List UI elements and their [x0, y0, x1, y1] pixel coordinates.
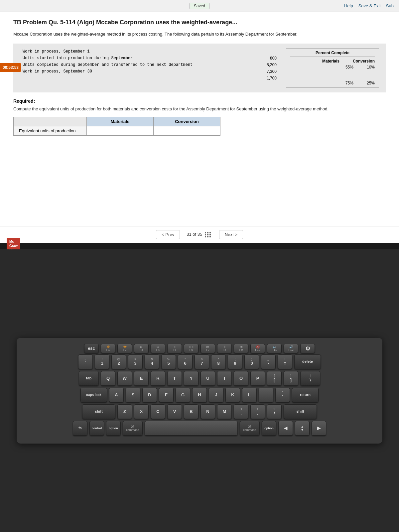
key-f4[interactable]: ⊟F4 — [151, 344, 165, 353]
key-i[interactable]: I — [217, 371, 232, 386]
save-exit-link[interactable]: Save & Exit — [358, 3, 381, 8]
nav-bar: < Prev 31 of 35 Next > — [0, 226, 399, 243]
key-option-left[interactable]: option — [106, 421, 121, 436]
answer-table-materials-header: Materials — [87, 117, 154, 126]
materials-answer-input[interactable] — [92, 128, 148, 133]
key-o[interactable]: O — [234, 371, 248, 386]
key-equals[interactable]: += — [278, 354, 292, 369]
key-backslash[interactable]: |\ — [300, 371, 320, 386]
key-5[interactable]: %5 — [161, 354, 176, 369]
key-tab[interactable]: tab — [79, 371, 99, 386]
key-arrow-right[interactable]: ▶ — [312, 421, 326, 436]
help-link[interactable]: Help — [344, 3, 353, 8]
key-s[interactable]: S — [126, 388, 140, 402]
key-l[interactable]: L — [242, 388, 257, 402]
key-x[interactable]: X — [134, 404, 149, 419]
key-3[interactable]: #3 — [128, 354, 143, 369]
key-e[interactable]: E — [134, 371, 149, 386]
key-f10[interactable]: 🔇F10 — [250, 344, 265, 353]
key-rbracket[interactable]: }] — [284, 371, 298, 386]
key-period[interactable]: >. — [250, 404, 265, 419]
key-slash[interactable]: ?/ — [267, 404, 282, 419]
key-y[interactable]: Y — [184, 371, 199, 386]
key-f12[interactable]: 🔊F12 — [284, 344, 298, 353]
table-row: Work in process, September 30 7,300 — [20, 68, 279, 75]
content-area: TB Problem Qu. 5-114 (Algo) Mccabe Corpo… — [0, 12, 399, 238]
key-f8[interactable]: ⏸F8 — [217, 344, 232, 353]
next-button[interactable]: Next > — [219, 230, 243, 239]
row5-units: 1,700 — [258, 75, 279, 81]
key-k[interactable]: K — [225, 388, 240, 402]
key-v[interactable]: V — [167, 404, 182, 419]
key-6[interactable]: ^6 — [178, 354, 193, 369]
key-4[interactable]: $4 — [145, 354, 159, 369]
materials-input-cell[interactable] — [87, 126, 154, 136]
key-backtick[interactable]: ~` — [78, 354, 93, 369]
key-arrow-left[interactable]: ◀ — [278, 421, 293, 436]
key-b[interactable]: B — [184, 404, 199, 419]
key-f[interactable]: F — [159, 388, 174, 402]
key-f3[interactable]: ⊞F3 — [134, 344, 149, 353]
key-g[interactable]: G — [176, 388, 190, 402]
key-2[interactable]: @2 — [111, 354, 126, 369]
key-semicolon[interactable]: :; — [259, 388, 273, 402]
key-f2[interactable]: 🔆F2 — [117, 344, 132, 353]
conversion-answer-input[interactable] — [159, 128, 215, 133]
key-return[interactable]: return — [292, 388, 319, 402]
key-minus[interactable]: _- — [261, 354, 276, 369]
key-q[interactable]: Q — [101, 371, 115, 386]
prev-button[interactable]: < Prev — [156, 230, 180, 239]
key-f1[interactable]: 🔅F1 — [101, 344, 115, 353]
key-option-right[interactable]: option — [262, 421, 276, 436]
key-arrow-updown[interactable]: ▲ ▼ — [295, 421, 310, 436]
key-cmd-left[interactable]: ⌘command — [123, 421, 143, 436]
key-9[interactable]: (9 — [228, 354, 242, 369]
key-a[interactable]: A — [109, 388, 124, 402]
conversion-input-cell[interactable] — [154, 126, 220, 136]
key-1[interactable]: !1 — [95, 354, 109, 369]
row5-label — [20, 75, 258, 81]
percent-complete-section: Percent Complete Materials Conversion 55… — [286, 48, 379, 88]
key-8[interactable]: *8 — [211, 354, 226, 369]
key-h[interactable]: H — [192, 388, 207, 402]
wip1-materials-pct: 55% — [345, 65, 353, 69]
key-cmd-right[interactable]: ⌘command — [240, 421, 260, 436]
key-0[interactable]: )0 — [244, 354, 259, 369]
key-p[interactable]: P — [250, 371, 265, 386]
keyboard-area: esc 🔅F1 🔆F2 ⊞F3 ⊟F4 ☼F5 ☼☼F6 ⏮F7 ⏸F8 ⏭F9… — [0, 249, 399, 532]
required-text: Compute the equivalent units of producti… — [13, 106, 386, 112]
key-c[interactable]: C — [151, 404, 165, 419]
bottom-key-row: fn control option ⌘command ⌘command opti… — [25, 421, 374, 436]
key-z[interactable]: Z — [117, 404, 132, 419]
key-spacebar[interactable] — [145, 421, 238, 436]
key-shift-right[interactable]: shift — [284, 404, 317, 419]
key-capslock[interactable]: caps lock — [80, 388, 107, 402]
key-shift-left[interactable]: shift — [82, 404, 115, 419]
key-d[interactable]: D — [142, 388, 157, 402]
submit-link[interactable]: Sub — [386, 3, 394, 8]
answer-row: Equivalent units of production — [14, 126, 220, 136]
key-w[interactable]: W — [117, 371, 132, 386]
key-j[interactable]: J — [209, 388, 223, 402]
key-lbracket[interactable]: {[ — [267, 371, 282, 386]
page-info: 31 of 35 — [187, 232, 212, 237]
key-comma[interactable]: <, — [234, 404, 248, 419]
key-n[interactable]: N — [200, 404, 215, 419]
key-7[interactable]: &7 — [195, 354, 209, 369]
key-fn[interactable]: fn — [73, 421, 87, 436]
key-u[interactable]: U — [200, 371, 215, 386]
key-f11[interactable]: 🔉F11 — [267, 344, 282, 353]
key-t[interactable]: T — [167, 371, 182, 386]
key-quote[interactable]: "' — [275, 388, 290, 402]
asdf-key-row: caps lock A S D F G H J K L :; "' return — [25, 388, 374, 402]
key-f6[interactable]: ☼☼F6 — [184, 344, 199, 353]
key-m[interactable]: M — [217, 404, 232, 419]
key-r[interactable]: R — [151, 371, 165, 386]
key-f7[interactable]: ⏮F7 — [200, 344, 215, 353]
key-control[interactable]: control — [89, 421, 104, 436]
key-esc[interactable]: esc — [84, 344, 99, 353]
key-delete[interactable]: delete — [294, 354, 321, 369]
key-f5[interactable]: ☼F5 — [167, 344, 182, 353]
key-f9[interactable]: ⏭F9 — [234, 344, 248, 353]
key-power[interactable]: ⏻ — [300, 344, 315, 353]
